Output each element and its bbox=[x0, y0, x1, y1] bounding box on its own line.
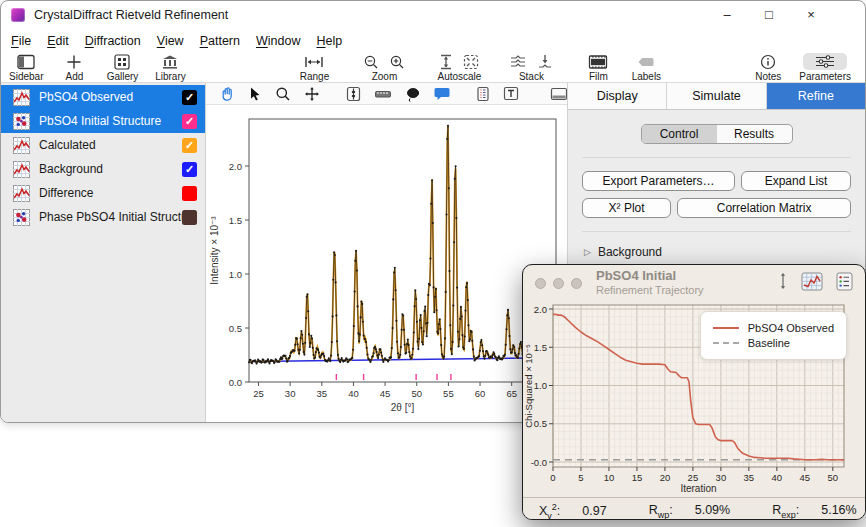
gallery-button[interactable]: Gallery bbox=[105, 53, 139, 82]
film-button[interactable]: Film bbox=[581, 53, 615, 82]
visibility-checkbox[interactable]: ✓ bbox=[182, 114, 197, 129]
library-button[interactable]: Library bbox=[153, 53, 187, 82]
pattern-thumbnail-icon bbox=[13, 185, 30, 202]
rexp-stat: Rexp: 5.16% bbox=[772, 503, 856, 520]
window-traffic-lights bbox=[535, 278, 582, 289]
correlation-matrix-button[interactable]: Correlation Matrix bbox=[677, 198, 851, 218]
sliders-icon bbox=[803, 53, 847, 70]
svg-text:0.0: 0.0 bbox=[229, 377, 242, 388]
labels-button[interactable]: Labels bbox=[629, 53, 663, 82]
lasso-icon[interactable] bbox=[405, 85, 421, 103]
visibility-checkbox[interactable]: ✓ bbox=[182, 162, 197, 177]
sidebar-item-phase-pbso4[interactable]: Phase PbSO4 Initial Structur... bbox=[1, 205, 205, 229]
plot-toolbar bbox=[206, 83, 567, 105]
trajectory-window-header[interactable]: PbSO4 Initial Refinement Trajectory bbox=[523, 265, 865, 301]
zoom-tool-icon[interactable] bbox=[275, 85, 291, 103]
x2-plot-button[interactable]: X² Plot bbox=[582, 198, 671, 218]
menu-pattern[interactable]: Pattern bbox=[200, 34, 240, 48]
range-icon bbox=[304, 53, 324, 70]
structure-thumbnail-icon bbox=[13, 113, 30, 130]
svg-text:30: 30 bbox=[285, 388, 296, 399]
segment-results[interactable]: Results bbox=[717, 125, 792, 143]
notes-button[interactable]: Notes bbox=[751, 53, 785, 82]
sidebar-item-pbso4-initial-structure[interactable]: PbSO4 Initial Structure ✓ bbox=[1, 109, 205, 133]
zoom-out-icon[interactable] bbox=[363, 54, 379, 70]
diffraction-chart[interactable]: 253035404550556065702θ [°]0.00.51.01.52.… bbox=[206, 105, 567, 423]
app-icon bbox=[11, 8, 25, 22]
plot-region: 253035404550556065702θ [°]0.00.51.01.52.… bbox=[206, 83, 567, 423]
menu-window[interactable]: Window bbox=[256, 34, 300, 48]
trajectory-chart[interactable]: 2.01.51.00.5-0.005101520253035404550Iter… bbox=[523, 301, 865, 497]
pan-hand-icon[interactable] bbox=[220, 85, 235, 103]
separator bbox=[582, 157, 851, 158]
svg-text:Iteration: Iteration bbox=[680, 483, 716, 493]
text-tool-icon[interactable] bbox=[503, 85, 519, 103]
separator bbox=[582, 231, 851, 232]
svg-text:60: 60 bbox=[475, 388, 486, 399]
svg-text:1.5: 1.5 bbox=[229, 215, 242, 226]
refinement-stats-bar: Xv2: 0.97 Rwp: 5.09% Rexp: 5.16% bbox=[523, 497, 865, 520]
svg-text:50: 50 bbox=[411, 388, 422, 399]
sidebar-item-calculated[interactable]: Calculated ✓ bbox=[1, 133, 205, 157]
minimize-circle-icon[interactable] bbox=[553, 278, 564, 289]
zoom-circle-icon[interactable] bbox=[571, 278, 582, 289]
sidebar-item-difference[interactable]: Difference bbox=[1, 181, 205, 205]
segment-control[interactable]: Control bbox=[642, 125, 717, 143]
svg-text:30: 30 bbox=[716, 472, 727, 483]
svg-text:35: 35 bbox=[744, 472, 755, 483]
stack-collapse-icon[interactable] bbox=[537, 54, 553, 70]
visibility-checkbox[interactable]: ✓ bbox=[182, 138, 197, 153]
svg-text:40: 40 bbox=[772, 472, 783, 483]
tab-simulate[interactable]: Simulate bbox=[667, 83, 766, 109]
menu-help[interactable]: Help bbox=[316, 34, 342, 48]
stack-buttons[interactable]: Stack bbox=[509, 53, 553, 82]
zoom-in-icon[interactable] bbox=[389, 54, 405, 70]
sidebar-item-background[interactable]: Background ✓ bbox=[1, 157, 205, 181]
sequence-list-icon[interactable] bbox=[476, 85, 490, 103]
svg-text:Chi-Squared × 10⁻⁵: Chi-Squared × 10⁻⁵ bbox=[523, 344, 534, 428]
close-button[interactable]: × bbox=[803, 7, 819, 23]
chart-view-icon[interactable] bbox=[801, 272, 823, 295]
menu-file[interactable]: File bbox=[11, 34, 31, 48]
minimize-button[interactable]: – bbox=[719, 7, 735, 23]
svg-text:2.0: 2.0 bbox=[534, 304, 547, 315]
svg-text:1.0: 1.0 bbox=[229, 269, 242, 280]
svg-text:55: 55 bbox=[443, 388, 454, 399]
add-button[interactable]: Add bbox=[57, 53, 91, 82]
menu-edit[interactable]: Edit bbox=[47, 34, 69, 48]
export-parameters-button[interactable]: Export Parameters… bbox=[582, 171, 735, 191]
menu-view[interactable]: View bbox=[157, 34, 184, 48]
visibility-checkbox[interactable]: ✓ bbox=[182, 90, 197, 105]
sidebar-toggle-button[interactable]: Sidebar bbox=[9, 53, 43, 82]
visibility-checkbox[interactable] bbox=[182, 210, 197, 225]
profile-tool-icon[interactable] bbox=[346, 85, 361, 103]
rwp-stat: Rwp: 5.09% bbox=[649, 503, 730, 520]
tab-refine[interactable]: Refine bbox=[767, 83, 865, 109]
comment-bubble-icon[interactable] bbox=[434, 85, 450, 103]
info-icon bbox=[760, 53, 776, 70]
section-background[interactable]: ▷ Background bbox=[584, 245, 851, 259]
zoom-buttons[interactable]: Zoom bbox=[363, 53, 405, 82]
expand-list-button[interactable]: Expand List bbox=[741, 171, 851, 191]
move-tool-icon[interactable] bbox=[304, 85, 320, 103]
autoscale-buttons[interactable]: Autoscale bbox=[437, 53, 481, 82]
autoscale-fit-icon[interactable] bbox=[463, 54, 479, 70]
legend-list-icon[interactable] bbox=[836, 272, 853, 295]
range-button[interactable]: Range bbox=[297, 53, 331, 82]
select-arrow-icon[interactable] bbox=[248, 85, 262, 103]
ruler-icon[interactable] bbox=[374, 85, 392, 103]
bottom-panel-icon[interactable] bbox=[550, 85, 568, 103]
tab-display[interactable]: Display bbox=[568, 83, 667, 109]
visibility-checkbox[interactable] bbox=[182, 186, 197, 201]
autoscale-vertical-icon[interactable] bbox=[439, 54, 453, 70]
stack-expand-icon[interactable] bbox=[509, 54, 527, 70]
menu-diffraction[interactable]: Diffraction bbox=[85, 34, 141, 48]
parameters-button[interactable]: Parameters bbox=[799, 53, 851, 82]
sidebar-item-pbso4-observed[interactable]: PbSO4 Observed ✓ bbox=[1, 85, 205, 109]
pattern-list-sidebar: PbSO4 Observed ✓ PbSO4 Initial Structure… bbox=[1, 83, 206, 423]
maximize-button[interactable]: □ bbox=[761, 7, 777, 23]
resize-vertical-icon[interactable] bbox=[778, 272, 788, 294]
close-circle-icon[interactable] bbox=[535, 278, 546, 289]
svg-text:1.0: 1.0 bbox=[534, 380, 547, 391]
svg-text:2θ [°]: 2θ [°] bbox=[391, 402, 415, 413]
